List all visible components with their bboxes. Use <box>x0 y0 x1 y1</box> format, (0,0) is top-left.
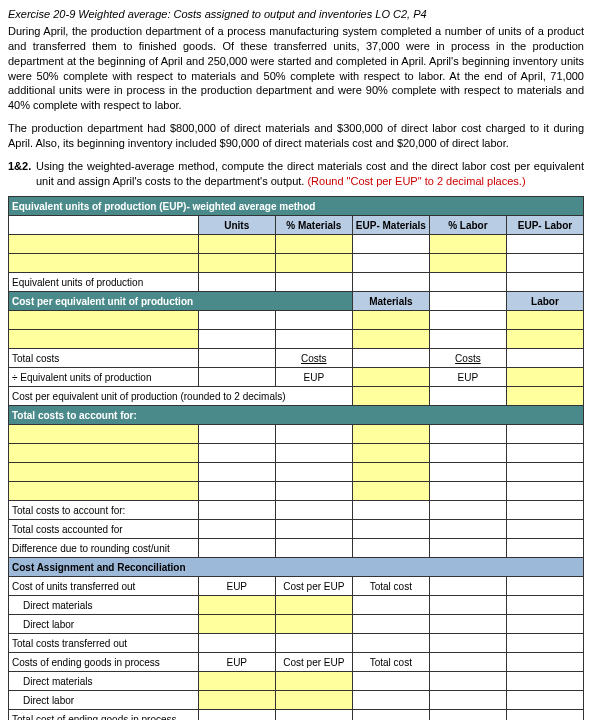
blank-cell <box>506 425 583 444</box>
input-cell[interactable] <box>9 254 199 273</box>
row-cuto: Cost of units transferred out <box>9 577 199 596</box>
col-materials: Materials <box>352 292 429 311</box>
row-tcto: Total costs transferred out <box>9 634 199 653</box>
blank-cell <box>429 311 506 330</box>
input-cell[interactable] <box>352 463 429 482</box>
blank-cell <box>429 273 506 292</box>
label-eup: EUP <box>429 368 506 387</box>
row-cegip: Costs of ending goods in process <box>9 653 199 672</box>
blank-cell <box>506 691 583 710</box>
blank-cell <box>429 634 506 653</box>
input-cell[interactable] <box>9 463 199 482</box>
blank-cell <box>506 615 583 634</box>
blank-cell <box>275 539 352 558</box>
input-cell[interactable] <box>506 311 583 330</box>
calc-cell <box>352 596 429 615</box>
blank-cell <box>198 330 275 349</box>
input-cell[interactable] <box>198 235 275 254</box>
blank-cell <box>429 615 506 634</box>
input-cell[interactable] <box>198 596 275 615</box>
input-cell[interactable] <box>275 672 352 691</box>
input-cell[interactable] <box>9 311 199 330</box>
blank-cell <box>275 463 352 482</box>
blank-cell <box>506 653 583 672</box>
row-dl: Direct labor <box>9 615 199 634</box>
blank-cell <box>275 425 352 444</box>
row-cpeu-rounded: Cost per equivalent unit of production (… <box>9 387 353 406</box>
input-cell[interactable] <box>9 444 199 463</box>
blank-cell <box>429 501 506 520</box>
input-cell[interactable] <box>429 254 506 273</box>
input-cell[interactable] <box>9 482 199 501</box>
section-tcaf: Total costs to account for: <box>9 406 584 425</box>
input-cell[interactable] <box>198 615 275 634</box>
blank-cell <box>429 577 506 596</box>
blank-cell <box>429 425 506 444</box>
col-eup-labor: EUP- Labor <box>506 216 583 235</box>
blank-cell <box>506 501 583 520</box>
input-cell[interactable] <box>429 235 506 254</box>
blank-cell <box>506 672 583 691</box>
calc-cell <box>352 235 429 254</box>
blank-cell <box>429 520 506 539</box>
blank-cell <box>429 539 506 558</box>
input-cell[interactable] <box>275 254 352 273</box>
input-cell[interactable] <box>352 444 429 463</box>
row-dm: Direct materials <box>9 596 199 615</box>
calc-cell <box>352 691 429 710</box>
col-units: Units <box>198 216 275 235</box>
blank-cell <box>506 520 583 539</box>
row-diff: Difference due to rounding cost/unit <box>9 539 199 558</box>
question-text: Using the weighted-average method, compu… <box>36 159 584 189</box>
input-cell[interactable] <box>275 691 352 710</box>
question-block: 1&2. Using the weighted-average method, … <box>8 159 584 189</box>
input-cell[interactable] <box>506 368 583 387</box>
input-cell[interactable] <box>352 425 429 444</box>
blank-cell <box>506 634 583 653</box>
calc-cell <box>352 349 429 368</box>
input-cell[interactable] <box>352 387 429 406</box>
exercise-title: Exercise 20-9 Weighted average: Costs as… <box>8 8 584 20</box>
section-car: Cost Assignment and Reconciliation <box>9 558 584 577</box>
row-tcegip: Total cost of ending goods in process <box>9 710 199 720</box>
input-cell[interactable] <box>275 596 352 615</box>
blank-cell <box>275 482 352 501</box>
blank-cell <box>506 482 583 501</box>
calc-cell <box>352 710 429 720</box>
blank-cell <box>275 520 352 539</box>
input-cell[interactable] <box>352 368 429 387</box>
input-cell[interactable] <box>275 235 352 254</box>
blank-cell <box>198 539 275 558</box>
label-total-cost: Total cost <box>352 653 429 672</box>
col-eup-materials: EUP- Materials <box>352 216 429 235</box>
blank-cell <box>9 216 199 235</box>
input-cell[interactable] <box>9 425 199 444</box>
input-cell[interactable] <box>198 672 275 691</box>
input-cell[interactable] <box>352 311 429 330</box>
blank-cell <box>506 539 583 558</box>
calc-cell <box>506 273 583 292</box>
blank-cell <box>429 672 506 691</box>
blank-cell <box>198 444 275 463</box>
input-cell[interactable] <box>352 482 429 501</box>
table-main-header: Equivalent units of production (EUP)- we… <box>9 197 584 216</box>
blank-cell <box>275 710 352 720</box>
input-cell[interactable] <box>352 330 429 349</box>
input-cell[interactable] <box>198 254 275 273</box>
input-cell[interactable] <box>9 330 199 349</box>
label-eup: EUP <box>275 368 352 387</box>
blank-cell <box>429 463 506 482</box>
calc-cell <box>352 520 429 539</box>
row-tcaf: Total costs to account for: <box>9 501 199 520</box>
blank-cell <box>275 501 352 520</box>
input-cell[interactable] <box>275 615 352 634</box>
row-dm: Direct materials <box>9 672 199 691</box>
input-cell[interactable] <box>506 387 583 406</box>
label-cost-per-eup: Cost per EUP <box>275 653 352 672</box>
input-cell[interactable] <box>9 235 199 254</box>
input-cell[interactable] <box>198 691 275 710</box>
input-cell[interactable] <box>506 330 583 349</box>
blank-cell <box>198 634 275 653</box>
blank-cell <box>198 311 275 330</box>
question-text-rounding: (Round "Cost per EUP" to 2 decimal place… <box>307 175 525 187</box>
